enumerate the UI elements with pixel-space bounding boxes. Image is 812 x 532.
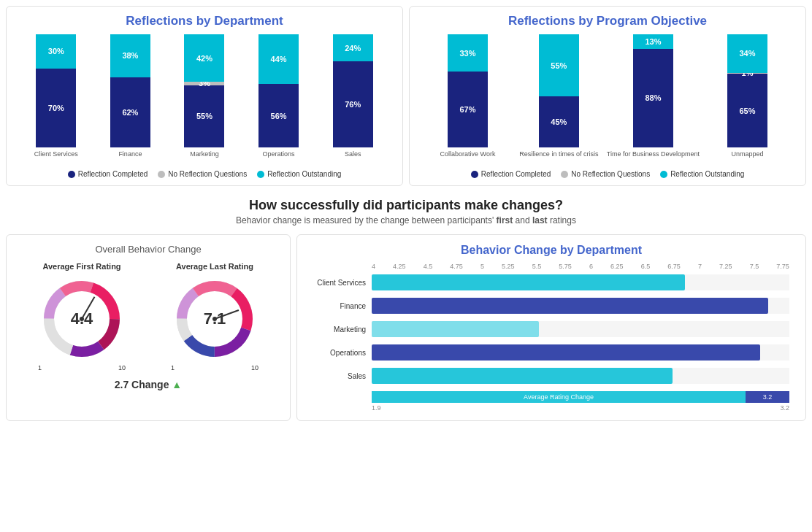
change-label: 2.7 Change [115,379,169,390]
h-axis-top: 44.254.54.7555.255.55.7566.256.56.7577.2… [313,263,789,270]
dept-bar-chart: 70%30%Client Services62%38%Finance55%3%4… [14,34,395,166]
mid-section: How successfully did participants make c… [6,193,806,227]
legend-item: Reflection Completed [68,170,148,178]
last-rating-donut: 7.1 [171,275,258,363]
axis-label: 5.5 [532,263,542,270]
bar-group: 70%30%Client Services [21,34,91,166]
first-rating-section: Average First Rating 4.4 1 10 [38,262,126,371]
bar-label: Time for Business Development [607,150,700,158]
axis-label: 7.75 [776,263,789,270]
axis-label: 4.25 [393,263,406,270]
h-bar-row-label: Sales [313,372,372,380]
axis-max: 3.2 [780,404,789,412]
legend-item: No Reflection Questions [561,170,650,178]
first-rating-label: Average First Rating [42,262,120,271]
h-bar-row: Sales [313,368,789,384]
axis-label: 5 [480,263,484,270]
legend-dot [561,171,568,178]
bar-label: Resilience in times of crisis [519,150,598,158]
bar-segment-blue: 70% [36,69,76,148]
prog-legend: Reflection CompletedNo Reflection Questi… [417,170,798,178]
legend-label: No Reflection Questions [168,170,247,178]
bar-segment-blue: 65% [727,74,767,147]
reflections-dept-title: Reflections by Department [14,14,395,28]
h-bar-row-label: Operations [313,349,372,357]
first-rating-donut: 4.4 [38,275,126,363]
behavior-panel: Overall Behavior Change Average First Ra… [6,234,291,421]
axis-label: 5.25 [502,263,515,270]
bar-group: 67%33%Collaborative Work [424,34,511,166]
bar-segment-teal: 13% [633,34,673,49]
bar-segment-teal: 38% [110,34,150,77]
axis-label: 4.75 [450,263,463,270]
tick-min2: 1 [171,364,175,371]
h-bar-row-label: Client Services [313,279,372,287]
first-rating-value: 4.4 [71,309,93,328]
legend-label: Reflection Completed [481,170,551,178]
bar-segment-gray: 1% [727,73,767,74]
legend-item: No Reflection Questions [158,170,247,178]
h-bar-row: Marketing [313,321,789,337]
change-arrow-icon: ▲ [172,379,182,390]
h-bar-fill [372,321,539,337]
h-bar-row-label: Finance [313,302,372,310]
axis-label: 7.25 [719,263,732,270]
bar-label: Marketing [190,150,219,158]
bar-segment-teal: 30% [36,34,76,69]
h-bar-fill [372,344,760,361]
bar-segment-gray: 3% [184,82,224,85]
reflections-dept-panel: Reflections by Department 70%30%Client S… [6,6,403,186]
h-bar-track [372,274,789,290]
h-bar-row: Operations [313,344,789,361]
tick-max2: 10 [251,364,258,371]
legend-label: No Reflection Questions [571,170,650,178]
bar-label: Sales [345,150,361,158]
legend-item: Reflection Outstanding [257,170,341,178]
bar-segment-teal: 33% [448,34,488,72]
h-bar-row: Finance [313,298,789,314]
legend-label: Reflection Outstanding [267,170,341,178]
legend-item: Reflection Completed [471,170,551,178]
change-row: 2.7 Change ▲ [15,379,281,390]
axis-label: 6.5 [641,263,651,270]
bar-segment-blue: 45% [539,96,579,147]
bar-segment-blue: 62% [110,77,150,147]
axis-min: 1.9 [372,404,381,412]
h-bar-fill [372,298,768,314]
h-bar-row: Client Services [313,274,789,290]
h-axis-bottom: 1.93.2 [313,404,789,412]
legend-dot [158,171,165,178]
last-rating-section: Average Last Rating 7.1 1 10 [171,262,258,371]
last-rating-label: Average Last Rating [176,262,253,271]
legend-dot [68,171,75,178]
axis-label: 6.25 [610,263,624,270]
axis-label: 4.5 [424,263,433,270]
legend-dot [257,171,264,178]
dept-behavior-title: Behavior Change by Department [306,244,797,257]
legend-label: Reflection Completed [78,170,148,178]
bar-label: Finance [118,150,142,158]
bar-segment-blue: 67% [448,72,488,147]
bar-segment-blue: 76% [333,61,373,147]
axis-label: 4 [372,263,375,270]
gauges-row: Average First Rating 4.4 1 10 Average La… [15,262,281,371]
legend-dot [471,171,478,178]
bar-segment-blue: 56% [258,84,299,147]
bar-label: Collaborative Work [440,150,496,158]
bar-segment-teal: 44% [258,34,299,84]
bar-group: 88%13%Time for Business Development [607,34,700,166]
bar-group: 65%1%34%Unmapped [704,34,791,166]
h-bar-fill [372,368,673,384]
prog-bar-chart: 67%33%Collaborative Work45%55%Resilience… [417,34,798,166]
legend-label: Reflection Outstanding [670,170,744,178]
avg-legend-bar: Average Rating Change3.2 [372,391,789,403]
mid-title: How successfully did participants make c… [6,198,806,213]
bar-group: 45%55%Resilience in times of crisis [516,34,602,166]
reflections-prog-panel: Reflections by Program Objective 67%33%C… [409,6,806,186]
bar-group: 62%38%Finance [96,34,166,166]
avg-legend-blue: 3.2 [746,391,789,403]
h-bar-track [372,321,789,337]
axis-label: 5.75 [559,263,572,270]
bar-segment-blue: 55% [184,85,224,147]
bar-segment-teal: 34% [727,34,767,73]
